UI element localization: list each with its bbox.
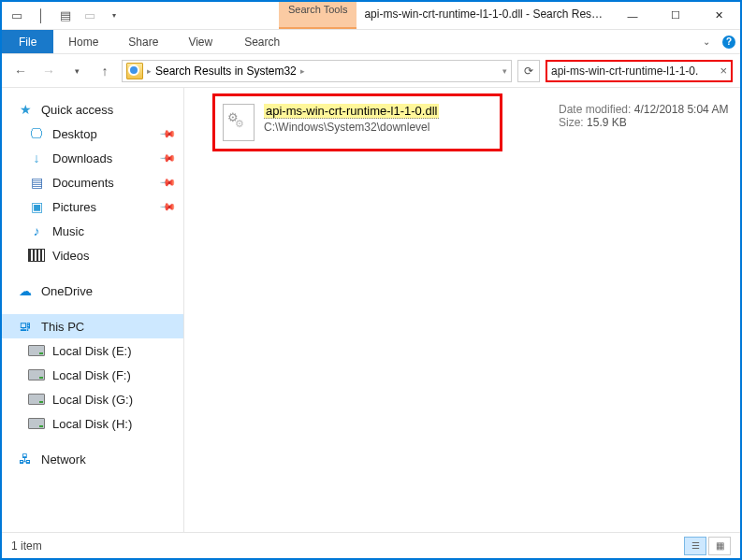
star-icon: ★ [17,101,34,118]
breadcrumb-segment[interactable]: Search Results in System32 [155,65,297,78]
recent-locations-button[interactable]: ▾ [65,60,88,82]
result-path: C:\Windows\System32\downlevel [264,121,439,134]
sidebar-this-pc[interactable]: 🖳This PC [2,314,183,338]
new-folder-button[interactable]: ▭ [79,5,101,27]
tab-view[interactable]: View [173,30,227,53]
sidebar-item-drive-g[interactable]: Local Disk (G:) [2,387,183,411]
address-bar[interactable]: ▸ Search Results in System32 ▸ ▾ [122,60,512,82]
sidebar-quick-access[interactable]: ★Quick access [2,97,183,122]
address-dropdown-icon[interactable]: ▾ [502,66,507,76]
documents-icon: ▤ [28,174,45,191]
dll-file-icon [223,104,255,141]
sidebar-item-downloads[interactable]: Downloads📌 [2,146,183,170]
result-metadata: Date modified: 4/12/2018 5:04 AM Size: 1… [559,103,728,129]
sidebar-item-music[interactable]: ♪Music [2,219,183,243]
details-view-button[interactable]: ☰ [684,537,706,555]
search-tools-contextual-tab[interactable]: Search Tools [279,2,356,29]
sidebar-item-documents[interactable]: ▤Documents📌 [2,170,183,194]
videos-icon [28,249,45,262]
tab-home[interactable]: Home [53,30,113,53]
pin-icon: 📌 [158,173,176,191]
cloud-icon: ☁ [17,282,34,299]
qat-separator: │ [30,5,52,27]
sidebar-network[interactable]: 🖧Network [2,447,183,471]
chevron-right-icon: ▸ [147,66,152,76]
pin-icon: 📌 [158,124,176,142]
tab-share[interactable]: Share [113,30,173,53]
properties-button[interactable]: ▤ [54,5,77,27]
search-result-item[interactable]: api-ms-win-crt-runtime-l1-1-0.dll C:\Win… [212,93,502,151]
sidebar-item-desktop[interactable]: 🖵Desktop📌 [2,122,183,146]
status-bar: 1 item ☰ ▦ [2,532,740,558]
expand-ribbon-button[interactable]: ⌄ [695,30,718,53]
sidebar-item-drive-e[interactable]: Local Disk (E:) [2,338,183,363]
content-pane: api-ms-win-crt-runtime-l1-1-0.dll C:\Win… [184,88,740,532]
sidebar-item-drive-h[interactable]: Local Disk (H:) [2,411,183,436]
sidebar-item-pictures[interactable]: ▣Pictures📌 [2,194,183,219]
tab-search[interactable]: Search [229,30,295,53]
search-input-value: api-ms-win-crt-runtime-l1-1-0. [551,65,698,78]
pictures-icon: ▣ [28,198,45,215]
drive-icon [28,369,45,381]
qat-dropdown[interactable]: ▾ [103,5,125,27]
result-filename: api-ms-win-crt-runtime-l1-1-0.dll [264,104,439,119]
pc-icon: 🖳 [17,318,34,335]
window-title: api-ms-win-crt-runtime-l1-1-0.dll - Sear… [356,2,611,29]
downloads-icon [28,150,45,166]
icons-view-button[interactable]: ▦ [708,537,731,555]
drive-icon [28,394,45,405]
item-count: 1 item [11,539,42,553]
refresh-button[interactable]: ⟳ [517,60,540,82]
explorer-icon: ▭ [6,5,28,27]
pin-icon: 📌 [158,197,176,215]
search-input[interactable]: api-ms-win-crt-runtime-l1-1-0. × [546,60,733,82]
maximize-button[interactable]: ☐ [654,2,697,29]
navigation-pane: ★Quick access 🖵Desktop📌 Downloads📌 ▤Docu… [2,88,184,532]
back-button[interactable]: ← [9,60,32,82]
forward-button[interactable]: → [37,60,60,82]
clear-search-icon[interactable]: × [720,64,727,78]
drive-icon [28,418,45,429]
search-folder-icon [126,63,143,79]
sidebar-item-videos[interactable]: Videos [2,243,183,267]
close-button[interactable]: ✕ [697,2,740,29]
chevron-right-icon: ▸ [300,66,305,76]
desktop-icon: 🖵 [28,125,45,142]
sidebar-onedrive[interactable]: ☁OneDrive [2,279,183,303]
minimize-button[interactable]: — [611,2,654,29]
pin-icon: 📌 [158,149,176,166]
help-button[interactable]: ? [718,30,740,53]
drive-icon [28,345,45,356]
up-button[interactable]: ↑ [94,60,116,82]
file-menu[interactable]: File [2,30,53,53]
network-icon: 🖧 [17,451,34,467]
sidebar-item-drive-f[interactable]: Local Disk (F:) [2,363,183,387]
music-icon: ♪ [28,223,45,239]
